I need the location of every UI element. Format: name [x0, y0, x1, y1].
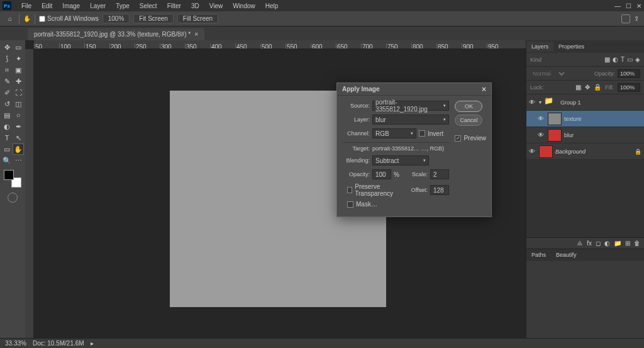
dialog-close-icon[interactable]: × — [482, 85, 486, 94]
filter-type-icon[interactable]: T — [621, 56, 625, 63]
crop-tool[interactable]: ⌗ — [1, 64, 13, 76]
frame-tool[interactable]: ▣ — [13, 64, 24, 76]
zoom-100-button[interactable]: 100% — [103, 14, 130, 23]
visibility-icon[interactable]: 👁 — [538, 132, 545, 138]
lock-icon[interactable]: 🔒 — [635, 149, 641, 155]
zoom-tool[interactable]: 🔍 — [1, 155, 13, 166]
pen-tool[interactable]: ✒ — [13, 121, 24, 132]
menu-image[interactable]: Image — [57, 1, 85, 11]
opacity-input[interactable]: 100 — [372, 169, 391, 179]
eraser-tool[interactable]: ◫ — [13, 98, 24, 109]
close-button[interactable]: ✕ — [636, 3, 641, 9]
zoom-level[interactable]: 33.33% — [5, 340, 26, 347]
maximize-button[interactable]: ☐ — [626, 3, 631, 9]
dodge-tool[interactable]: ◐ — [1, 121, 13, 132]
layers-tab[interactable]: Layers — [526, 42, 553, 52]
delete-layer-icon[interactable]: 🗑 — [634, 240, 640, 247]
heal-tool[interactable]: ✚ — [13, 76, 24, 87]
filter-shape-icon[interactable]: ▭ — [627, 56, 633, 63]
layer-background[interactable]: 👁 Background 🔒 — [526, 143, 644, 160]
gradient-tool[interactable]: ▤ — [1, 109, 13, 121]
menu-view[interactable]: View — [204, 1, 228, 11]
history-brush-tool[interactable]: ↺ — [1, 98, 13, 109]
hand-tool-icon[interactable]: ✋ — [23, 15, 31, 22]
ok-button[interactable]: OK — [455, 101, 482, 112]
blending-select[interactable]: Subtract▾ — [372, 155, 429, 166]
expand-icon[interactable]: ▾ — [539, 99, 541, 105]
status-arrow-icon[interactable]: ▸ — [91, 340, 94, 347]
fill-input[interactable] — [618, 83, 640, 92]
color-swatches[interactable] — [4, 170, 21, 188]
layer-name[interactable]: texture — [564, 116, 582, 122]
layer-blur[interactable]: 👁 blur — [526, 127, 644, 143]
layer-name[interactable]: Group 1 — [560, 99, 581, 106]
eyedropper-tool[interactable]: ✎ — [1, 76, 13, 87]
brush-tool[interactable]: ✐ — [1, 87, 13, 98]
invert-checkbox[interactable]: Invert — [419, 130, 443, 137]
move-tool[interactable]: ✥ — [1, 42, 13, 53]
offset-input[interactable]: 128 — [430, 185, 449, 195]
layer-mask-icon[interactable]: ◻ — [596, 240, 601, 247]
lasso-tool[interactable]: ⟆ — [1, 53, 13, 64]
menu-3d[interactable]: 3D — [186, 1, 204, 11]
home-icon[interactable]: ⌂ — [5, 14, 15, 24]
stamp-tool[interactable]: ⛶ — [13, 87, 24, 98]
scroll-all-checkbox[interactable]: Scroll All Windows — [39, 15, 99, 22]
preserve-transparency-checkbox[interactable]: Preserve Transparency — [347, 183, 406, 197]
doc-size[interactable]: Doc: 10.5M/21.6M — [33, 340, 84, 347]
fit-screen-button[interactable]: Fit Screen — [133, 14, 174, 23]
layer-style-icon[interactable]: fx — [587, 240, 592, 247]
layer-select[interactable]: blur▾ — [372, 115, 449, 125]
beautify-tab[interactable]: Beautify — [551, 250, 582, 260]
layer-texture[interactable]: 👁 texture — [526, 111, 644, 127]
link-layers-icon[interactable]: ⩓ — [577, 240, 583, 247]
shape-tool[interactable]: ▭ — [1, 143, 13, 155]
new-layer-icon[interactable]: ⊞ — [625, 240, 630, 247]
lock-all-icon[interactable]: 🔒 — [594, 84, 601, 91]
menu-type[interactable]: Type — [111, 1, 135, 11]
type-tool[interactable]: T — [1, 132, 13, 143]
mask-checkbox[interactable]: Mask… — [347, 201, 377, 208]
hand-tool[interactable]: ✋ — [13, 143, 24, 155]
channel-select[interactable]: RGB▾ — [372, 128, 416, 138]
path-tool[interactable]: ↖ — [13, 132, 24, 143]
visibility-icon[interactable]: 👁 — [529, 148, 536, 155]
layer-name[interactable]: blur — [564, 132, 574, 138]
arrange-icon[interactable] — [621, 14, 630, 23]
document-tab[interactable]: portrait-3355812_1920.jpg @ 33.3% (textu… — [28, 28, 204, 40]
properties-tab[interactable]: Properties — [553, 42, 589, 52]
source-select[interactable]: portrait-3355812_1920.jpg▾ — [372, 101, 449, 111]
blend-mode-select[interactable]: Normal — [530, 70, 567, 77]
dialog-title-bar[interactable]: Apply Image × — [337, 83, 491, 96]
menu-layer[interactable]: Layer — [85, 1, 111, 11]
adjustment-layer-icon[interactable]: ◐ — [604, 240, 610, 247]
lock-position-icon[interactable]: ✥ — [585, 84, 590, 91]
minimize-button[interactable]: — — [614, 3, 621, 9]
menu-edit[interactable]: Edit — [36, 1, 57, 11]
menu-filter[interactable]: Filter — [162, 1, 186, 11]
blur-tool[interactable]: ○ — [13, 109, 24, 121]
new-group-icon[interactable]: 📁 — [614, 240, 621, 247]
share-icon[interactable]: ⇪ — [634, 15, 639, 22]
lock-pixels-icon[interactable]: ▦ — [575, 84, 581, 91]
layer-name[interactable]: Background — [555, 149, 586, 155]
visibility-icon[interactable]: 👁 — [529, 99, 536, 106]
foreground-color-swatch[interactable] — [4, 170, 14, 180]
opacity-input[interactable] — [618, 69, 640, 78]
menu-select[interactable]: Select — [135, 1, 162, 11]
filter-adjust-icon[interactable]: ◐ — [613, 56, 618, 63]
scale-input[interactable]: 2 — [430, 169, 449, 179]
menu-file[interactable]: File — [16, 1, 36, 11]
quick-mask-toggle[interactable] — [8, 193, 18, 203]
filter-pixel-icon[interactable]: ▦ — [604, 56, 610, 63]
paths-tab[interactable]: Paths — [526, 250, 551, 260]
visibility-icon[interactable]: 👁 — [538, 115, 545, 122]
layer-group[interactable]: 👁 ▾ 📁 Group 1 — [526, 94, 644, 111]
preview-checkbox[interactable]: ✓Preview — [455, 135, 486, 142]
menu-window[interactable]: Window — [228, 1, 260, 11]
cancel-button[interactable]: Cancel — [455, 115, 482, 126]
fill-screen-button[interactable]: Fill Screen — [177, 14, 218, 23]
edit-toolbar[interactable]: ⋯ — [13, 155, 24, 166]
wand-tool[interactable]: ✦ — [13, 53, 24, 64]
filter-smart-icon[interactable]: ◈ — [635, 56, 640, 63]
